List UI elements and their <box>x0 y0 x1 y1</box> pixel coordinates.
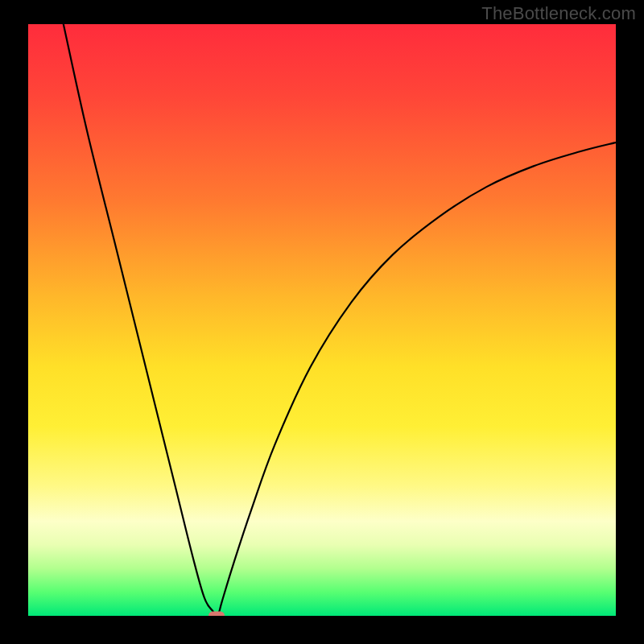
optimum-marker <box>208 612 225 617</box>
bottleneck-curve-path <box>64 24 616 616</box>
chart-frame: TheBottleneck.com <box>0 0 644 644</box>
watermark-text: TheBottleneck.com <box>481 3 636 24</box>
curve-svg <box>28 24 616 616</box>
plot-area <box>28 24 616 616</box>
